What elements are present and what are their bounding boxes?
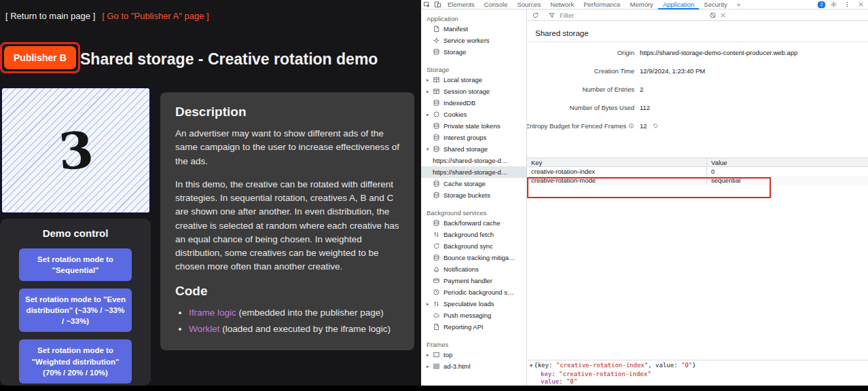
reset-budget-button[interactable] <box>651 121 661 131</box>
frame-icon <box>433 351 440 358</box>
more-options-kebab-button[interactable] <box>842 0 852 10</box>
code-link-iframe-logic[interactable]: Iframe logic <box>189 308 236 318</box>
sidebar-item-cache-storage[interactable]: Cache storage <box>421 178 526 189</box>
sidebar-item-label: Storage buckets <box>444 191 490 199</box>
sidebar-section-frames: Frames▸top▸ad-3.html <box>421 339 526 372</box>
sidebar-item-background-sync[interactable]: Background sync <box>421 240 526 252</box>
tab-sources[interactable]: Sources <box>512 0 545 10</box>
close-devtools-button[interactable] <box>855 0 866 10</box>
description-card: Description An advertiser may want to sh… <box>160 92 414 350</box>
sidebar-item-notifications[interactable]: Notifications <box>421 263 526 275</box>
sidebar-item-label: https://shared-storage-d… <box>433 157 507 164</box>
tab-console[interactable]: Console <box>480 0 513 10</box>
table-row-creative-rotation-mode[interactable]: creative-rotation-modesequential <box>527 176 868 185</box>
sidebar-section-header: Application <box>421 14 526 23</box>
metadata-row-number-of-bytes-used: Number of Bytes Used112 <box>527 104 868 111</box>
delete-x-icon <box>719 12 727 19</box>
issues-count-badge[interactable]: 2 <box>818 1 825 8</box>
sidebar-section-header: Frames <box>421 339 526 349</box>
cell-key: creative-rotation-mode <box>527 176 706 185</box>
preview-property-value: value: "0" <box>530 378 865 386</box>
sidebar-item-ad-3-html[interactable]: ▸ad-3.html <box>421 360 526 372</box>
devtools-window: ElementsConsoleSourcesNetworkPerformance… <box>421 0 868 386</box>
publisher-b-button[interactable]: Publisher B <box>4 46 76 69</box>
refresh-button[interactable] <box>530 10 541 20</box>
metadata-label: Number of Entries <box>527 86 634 93</box>
tab-memory[interactable]: Memory <box>626 0 658 10</box>
sidebar-item-label: Cookies <box>444 111 467 118</box>
tree-expand-arrow-icon[interactable]: ▸ <box>427 112 433 117</box>
sidebar-item-storage[interactable]: Storage <box>421 46 526 58</box>
database-icon <box>433 145 440 153</box>
sidebar-item-periodic-background-s[interactable]: Periodic background s… <box>421 286 526 298</box>
sidebar-item-shared-storage[interactable]: ▾Shared storage <box>421 143 526 155</box>
filter-input[interactable]: Filter <box>546 10 708 20</box>
delete-selected-button[interactable] <box>718 10 728 20</box>
creative-number: 3 <box>56 120 95 181</box>
tree-expand-arrow-icon[interactable]: ▾ <box>427 147 433 152</box>
sidebar-item-payment-handler[interactable]: Payment handler <box>421 275 526 286</box>
rotation-weighted-distribution-button[interactable]: Set rotation mode to "Weighted distribut… <box>19 339 132 383</box>
sidebar-item-private-state-tokens[interactable]: Private state tokens <box>421 120 526 132</box>
sidebar-item-top[interactable]: ▸top <box>421 349 526 360</box>
sidebar-item-https-shared-storage-d[interactable]: https://shared-storage-d… <box>421 166 526 178</box>
sidebar-item-reporting-api[interactable]: Reporting API <box>421 321 526 333</box>
tree-expand-arrow-icon[interactable]: ▸ <box>427 301 433 307</box>
metadata-value-text: 2 <box>640 86 643 93</box>
sidebar-item-manifest[interactable]: Manifest <box>421 23 526 35</box>
return-to-main-link[interactable]: [ Return to main page ] <box>5 11 95 21</box>
sidebar-item-service-workers[interactable]: Service workers <box>421 35 526 46</box>
sidebar-item-cookies[interactable]: ▸Cookies <box>421 109 526 120</box>
sidebar-item-https-shared-storage-d[interactable]: https://shared-storage-d… <box>421 155 526 166</box>
sidebar-item-back-forward-cache[interactable]: Back/forward cache <box>421 217 526 229</box>
sidebar-item-session-storage[interactable]: ▸Session storage <box>421 86 526 97</box>
application-main-panel: Filter Shared storage Originhttps://shar… <box>527 10 868 386</box>
table-header-row: KeyValue <box>527 158 868 167</box>
rotation-even-distribution-button[interactable]: Set rotation mode to "Even distribution"… <box>19 288 132 332</box>
sidebar-item-speculative-loads[interactable]: ▸Speculative loads <box>421 298 526 310</box>
settings-gear-button[interactable] <box>828 0 839 10</box>
preview-expanded-line[interactable]: ▼{key: "creative-rotation-index", value:… <box>530 362 865 371</box>
sidebar-item-push-messaging[interactable]: Push messaging <box>421 310 526 321</box>
sidebar-item-label: Background sync <box>444 242 493 250</box>
demo-control-title: Demo control <box>43 227 109 239</box>
sidebar-item-interest-groups[interactable]: Interest groups <box>421 132 526 143</box>
publisher-page: [ Return to main page ][ Go to "Publishe… <box>0 0 421 391</box>
metadata-label-text: Number of Bytes Used <box>569 104 634 111</box>
rotation-sequential-button[interactable]: Set rotation mode to "Sequential" <box>19 248 132 281</box>
preview-token: key <box>538 362 549 369</box>
more-tabs-button[interactable]: » <box>732 0 745 10</box>
tab-elements[interactable]: Elements <box>443 0 480 10</box>
entry-preview-pane: ▼{key: "creative-rotation-index", value:… <box>527 360 868 386</box>
tree-expand-arrow-icon[interactable]: ▸ <box>427 352 433 358</box>
tree-expand-arrow-icon[interactable]: ▸ <box>427 89 433 94</box>
go-to-publisher-a-link[interactable]: [ Go to "Publisher A" page ] <box>102 11 209 21</box>
sidebar-item-storage-buckets[interactable]: Storage buckets <box>421 189 526 201</box>
block-icon <box>709 12 717 19</box>
tree-expand-arrow-icon[interactable]: ▸ <box>427 364 433 369</box>
filter-placeholder: Filter <box>560 12 574 19</box>
filter-funnel-icon <box>546 10 557 20</box>
tab-network[interactable]: Network <box>545 0 579 10</box>
clear-all-button[interactable] <box>708 10 718 20</box>
sidebar-item-background-fetch[interactable]: Background fetch <box>421 229 526 240</box>
metadata-value-text: 112 <box>640 104 650 111</box>
tab-application[interactable]: Application <box>658 0 699 10</box>
tab-performance[interactable]: Performance <box>579 0 625 10</box>
sidebar-item-indexeddb[interactable]: IndexedDB <box>421 97 526 109</box>
tab-security[interactable]: Security <box>699 0 731 10</box>
sidebar-item-bounce-tracking-mitiga[interactable]: Bounce tracking mitiga… <box>421 252 526 263</box>
property-value: "creative-rotation-index" <box>559 371 651 377</box>
document-icon <box>433 25 440 33</box>
table-row-creative-rotation-index[interactable]: creative-rotation-index0 <box>527 167 868 176</box>
sidebar-item-local-storage[interactable]: ▸Local storage <box>421 74 526 86</box>
storage-toolbar: Filter <box>527 10 868 21</box>
tabbar-right-controls: 2 <box>818 0 868 10</box>
device-toolbar-button[interactable] <box>432 0 443 10</box>
database-icon <box>433 99 440 107</box>
cell-key: creative-rotation-index <box>527 167 706 176</box>
tree-expand-arrow-icon[interactable]: ▸ <box>427 77 433 83</box>
code-link-worklet[interactable]: Worklet <box>189 324 220 334</box>
inspect-element-button[interactable] <box>421 0 432 10</box>
table-icon <box>433 88 440 95</box>
